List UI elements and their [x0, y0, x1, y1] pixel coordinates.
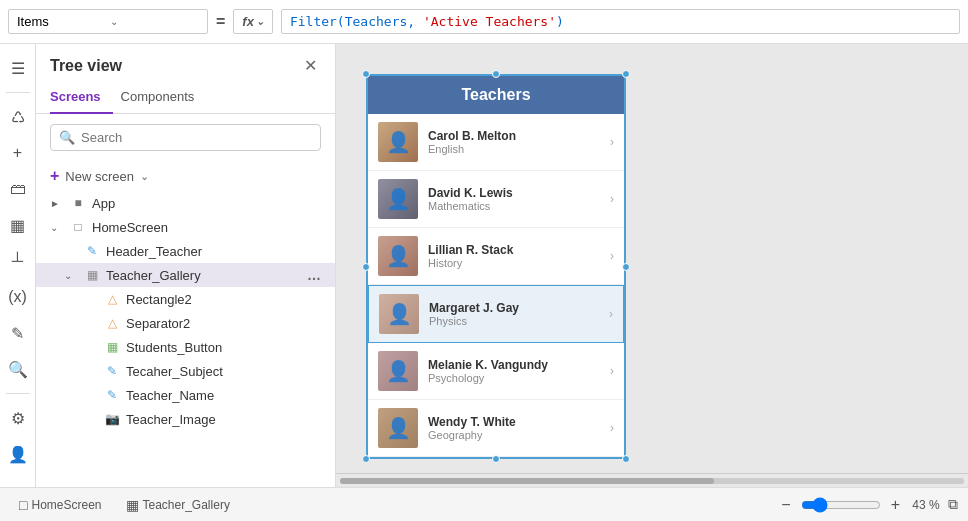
tree-item-teacher-name[interactable]: ► ✎ Teacher_Name: [36, 383, 335, 407]
account-icon[interactable]: 👤: [2, 438, 34, 470]
list-item[interactable]: 👤 Wendy T. White Geography ›: [368, 400, 624, 457]
item-info: Margaret J. Gay Physics: [429, 301, 599, 327]
resize-handle-br[interactable]: [622, 455, 630, 463]
plus-icon: +: [50, 167, 59, 185]
dropdown-chevron-icon: ⌄: [110, 16, 199, 27]
avatar: 👤: [379, 294, 419, 334]
vars-icon[interactable]: (x): [2, 281, 34, 313]
zoom-slider[interactable]: [801, 497, 881, 513]
edit-icon: ✎: [84, 243, 100, 259]
item-subject: Psychology: [428, 372, 600, 384]
brush-icon[interactable]: ✎: [2, 317, 34, 349]
gallery-wrapper: Teachers 👤 Carol B. Melton English ›: [366, 74, 626, 459]
chevron-right-icon: ›: [610, 364, 614, 378]
resize-handle-ml[interactable]: [362, 263, 370, 271]
settings-icon[interactable]: ⚙: [2, 402, 34, 434]
zoom-out-button[interactable]: −: [777, 494, 794, 516]
h-scrollbar[interactable]: [336, 473, 968, 487]
image-icon: 📷: [104, 411, 120, 427]
avatar: 👤: [378, 408, 418, 448]
insert-icon[interactable]: +: [2, 137, 34, 169]
tree-item-homescreen[interactable]: ⌄ □ HomeScreen: [36, 215, 335, 239]
edit-icon: ✎: [104, 363, 120, 379]
resize-handle-tl[interactable]: [362, 70, 370, 78]
list-item[interactable]: 👤 Lillian R. Stack History ›: [368, 228, 624, 285]
tree-item-teacher-subject[interactable]: ► ✎ Tecaher_Subject: [36, 359, 335, 383]
shape-icon: △: [104, 291, 120, 307]
analytics-icon[interactable]: ▦: [2, 209, 34, 241]
bottom-bar: □ HomeScreen ▦ Teacher_Gallery − + 43 % …: [0, 487, 968, 521]
canvas-scroll-area[interactable]: Teachers 👤 Carol B. Melton English ›: [336, 44, 968, 473]
item-subject: Physics: [429, 315, 599, 327]
bottom-screen-homescreen[interactable]: □ HomeScreen: [10, 494, 111, 516]
list-item[interactable]: 👤 Melanie K. Vangundy Psychology ›: [368, 343, 624, 400]
tree-item-teacher-gallery[interactable]: ⌄ ▦ Teacher_Gallery …: [36, 263, 335, 287]
more-options-button[interactable]: …: [307, 267, 321, 283]
top-bar: Items ⌄ = fx ⌄ Filter(Teachers, 'Active …: [0, 0, 968, 44]
students-button-label: Students_Button: [126, 340, 321, 355]
layers-icon[interactable]: ♺: [2, 101, 34, 133]
item-name: Lillian R. Stack: [428, 243, 600, 257]
teacher-gallery-widget: Teachers 👤 Carol B. Melton English ›: [366, 74, 626, 459]
item-name: Wendy T. White: [428, 415, 600, 429]
new-screen-button[interactable]: + New screen ⌄: [36, 161, 335, 191]
gallery-icon: ▦: [84, 267, 100, 283]
fx-chevron-icon: ⌄: [256, 16, 264, 27]
resize-handle-bm[interactable]: [492, 455, 500, 463]
chevron-right-icon: ›: [610, 421, 614, 435]
tree-item-rectangle2[interactable]: ► △ Rectangle2: [36, 287, 335, 311]
items-label: Items: [17, 14, 106, 29]
person-icon: 👤: [378, 236, 418, 276]
tree-item-teacher-image[interactable]: ► 📷 Teacher_Image: [36, 407, 335, 431]
item-info: Lillian R. Stack History: [428, 243, 600, 269]
tree-item-app[interactable]: ► ■ App: [36, 191, 335, 215]
teacher-subject-label: Tecaher_Subject: [126, 364, 321, 379]
header-teacher-label: Header_Teacher: [106, 244, 321, 259]
items-dropdown[interactable]: Items ⌄: [8, 9, 208, 34]
tree-close-button[interactable]: ✕: [300, 54, 321, 77]
item-subject: English: [428, 143, 600, 155]
tree-search-container: 🔍: [50, 124, 321, 151]
tree-item-header-teacher[interactable]: ► ✎ Header_Teacher: [36, 239, 335, 263]
list-item[interactable]: 👤 Carol B. Melton English ›: [368, 114, 624, 171]
rectangle2-label: Rectangle2: [126, 292, 321, 307]
tab-screens[interactable]: Screens: [50, 83, 113, 114]
resize-handle-bl[interactable]: [362, 455, 370, 463]
flow-icon[interactable]: ┴: [2, 245, 34, 277]
tree-item-students-button[interactable]: ► ▦ Students_Button: [36, 335, 335, 359]
expander-icon: ►: [50, 198, 64, 209]
expander-icon: ⌄: [64, 270, 78, 281]
item-name: Carol B. Melton: [428, 129, 600, 143]
bottom-screen-teacher-gallery[interactable]: ▦ Teacher_Gallery: [117, 494, 239, 516]
item-info: Wendy T. White Geography: [428, 415, 600, 441]
tree-item-separator2[interactable]: ► △ Separator2: [36, 311, 335, 335]
formula-bar[interactable]: Filter(Teachers, 'Active Teachers'): [281, 9, 960, 34]
screen-icon: □: [70, 219, 86, 235]
data-icon[interactable]: 🗃: [2, 173, 34, 205]
bottom-screens: □ HomeScreen ▦ Teacher_Gallery: [10, 494, 239, 516]
app-icon: ■: [70, 195, 86, 211]
resize-handle-mr[interactable]: [622, 263, 630, 271]
zoom-percentage: 43 %: [910, 498, 942, 512]
search-icon[interactable]: 🔍: [2, 353, 34, 385]
tab-components[interactable]: Components: [121, 83, 207, 114]
search-input[interactable]: [81, 130, 312, 145]
list-item[interactable]: 👤 David K. Lewis Mathematics ›: [368, 171, 624, 228]
person-icon: 👤: [378, 122, 418, 162]
zoom-in-button[interactable]: +: [887, 494, 904, 516]
chevron-right-icon: ›: [610, 192, 614, 206]
homescreen-label: HomeScreen: [31, 498, 101, 512]
fx-button[interactable]: fx ⌄: [233, 9, 273, 34]
expand-icon[interactable]: ⧉: [948, 496, 958, 513]
hamburger-menu-icon[interactable]: ☰: [2, 52, 34, 84]
app-label: App: [92, 196, 321, 211]
canvas-area: Teachers 👤 Carol B. Melton English ›: [336, 44, 968, 487]
scrollbar-thumb[interactable]: [340, 478, 714, 484]
resize-handle-tm[interactable]: [492, 70, 500, 78]
tree-title: Tree view: [50, 57, 122, 75]
list-item[interactable]: 👤 Margaret J. Gay Physics ›: [368, 285, 624, 343]
tree-items: ► ■ App ⌄ □ HomeScreen ► ✎ Header_Teache…: [36, 191, 335, 487]
resize-handle-tr[interactable]: [622, 70, 630, 78]
teacher-gallery-label: Teacher_Gallery: [106, 268, 301, 283]
tree-tabs: Screens Components: [36, 83, 335, 114]
